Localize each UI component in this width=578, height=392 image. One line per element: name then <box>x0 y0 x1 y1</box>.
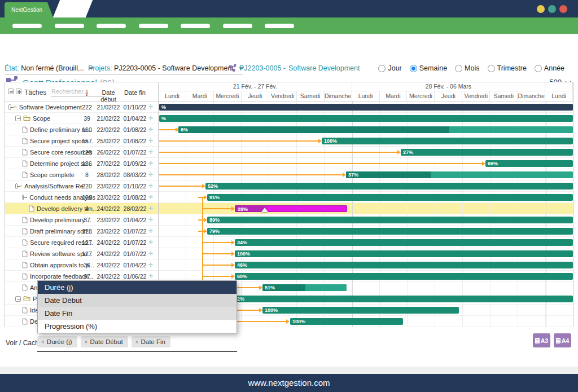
radio-mois[interactable]: Mois <box>455 64 479 72</box>
add-subtask-icon[interactable]: + <box>146 102 155 112</box>
gantt-bar[interactable]: 91% <box>207 194 573 201</box>
add-subtask-icon[interactable]: + <box>146 204 155 213</box>
radio-trimestre[interactable]: Trimestre <box>488 64 527 72</box>
chip-remove-icon[interactable]: × <box>135 339 139 345</box>
task-row[interactable]: 27%Secure core resources12526/02/2201/07… <box>5 147 573 158</box>
task-end-date: 01/07/22 <box>122 250 147 257</box>
task-row[interactable]: 89%Develop preliminary ...3723/02/2201/0… <box>5 214 573 226</box>
task-row[interactable]: 37%Scope complete828/02/2208/03/22+ <box>5 169 573 180</box>
task-row[interactable]: %Scope3921/02/2201/04/22+ <box>5 113 573 124</box>
export-a3-button[interactable]: A3 <box>533 333 550 347</box>
task-row[interactable]: 91%Conduct needs analysis15923/02/2201/0… <box>5 192 573 203</box>
add-subtask-icon[interactable]: + <box>146 113 155 123</box>
column-chip[interactable]: ×Date Fin <box>132 336 170 347</box>
task-start-date: 26/02/22 <box>94 149 122 156</box>
column-chip[interactable]: ×Durée (j) <box>37 336 77 347</box>
nav-menu-pill[interactable] <box>223 24 252 28</box>
task-row[interactable]: 34%Secure required reso...12724/02/2201/… <box>5 237 573 248</box>
collapse-all-icon[interactable] <box>8 89 14 94</box>
task-start-date: 23/02/22 <box>94 183 122 190</box>
task-row[interactable]: 52%Analysis/Software Re...22023/02/2201/… <box>5 180 573 192</box>
task-name[interactable]: Scope <box>33 115 50 122</box>
menu-item-progression[interactable]: Progression (%) <box>38 320 237 333</box>
window-close-dot[interactable] <box>559 5 567 13</box>
task-name[interactable]: Software Development <box>19 104 82 111</box>
task-name[interactable]: Scope complete <box>30 171 75 178</box>
task-row[interactable]: 6%Define preliminary re...16022/02/2201/… <box>5 124 573 135</box>
add-subtask-icon[interactable]: + <box>146 158 155 168</box>
nav-menu-pill[interactable] <box>139 24 168 28</box>
task-row[interactable]: 66%Determine project sc...18627/02/2201/… <box>5 158 573 169</box>
gantt-bar[interactable]: 66% <box>485 160 573 167</box>
projets-select[interactable]: Projets: PJ2203-0005 - Software Developm… <box>88 64 243 75</box>
radio-année[interactable]: Année <box>535 64 564 72</box>
nav-menu-pill[interactable] <box>55 24 84 28</box>
collapse-toggle-icon[interactable] <box>15 116 21 121</box>
export-a4-button[interactable]: A4 <box>554 333 571 347</box>
add-subtask-icon[interactable]: + <box>146 136 155 146</box>
chips-input-underline[interactable] <box>37 351 237 352</box>
collapse-toggle-icon[interactable] <box>15 183 17 189</box>
add-subtask-icon[interactable]: + <box>146 237 155 247</box>
collapse-toggle-icon[interactable] <box>22 195 24 200</box>
add-subtask-icon[interactable]: + <box>146 147 155 157</box>
etat-select[interactable]: État: Non fermé (Brouill... <box>5 64 94 75</box>
add-subtask-icon[interactable]: + <box>146 170 155 179</box>
add-subtask-icon[interactable]: + <box>146 260 155 270</box>
nav-menu-pill[interactable] <box>97 24 126 28</box>
window-minimize-dot[interactable] <box>537 5 545 13</box>
add-subtask-icon[interactable]: + <box>146 271 155 281</box>
chip-remove-icon[interactable]: × <box>85 339 88 345</box>
breadcrumb-project-link[interactable]: Software Development <box>288 64 360 72</box>
gantt-bar[interactable]: 79% <box>207 228 573 235</box>
gantt-bar[interactable]: 34% <box>235 239 573 246</box>
radio-semaine[interactable]: Semaine <box>410 64 447 72</box>
chip-remove-icon[interactable]: × <box>41 339 45 345</box>
expand-all-icon[interactable] <box>16 89 21 94</box>
task-row[interactable]: 28%Develop delivery tim...424/02/2228/02… <box>5 203 573 214</box>
gantt-bar[interactable]: 89% <box>207 217 573 223</box>
gantt-bar[interactable]: 100% <box>235 250 573 257</box>
file-icon <box>29 205 34 212</box>
gantt-bar[interactable]: 52% <box>205 183 573 190</box>
task-row[interactable]: 100%Secure project spons...15725/02/2201… <box>5 135 573 147</box>
gantt-bar[interactable]: 100% <box>290 318 403 325</box>
gantt-bar[interactable]: 100% <box>262 307 459 314</box>
menu-item-date-fin[interactable]: Date Fin <box>38 307 237 320</box>
window-maximize-dot[interactable] <box>548 5 556 13</box>
column-chip[interactable]: ×Date Début <box>81 336 128 347</box>
gantt-bar[interactable]: 100% <box>322 138 573 144</box>
collapse-toggle-icon[interactable] <box>8 104 11 110</box>
nav-menu-pill[interactable] <box>265 24 294 28</box>
task-row[interactable]: 46%Obtain approvals to p...3624/02/2201/… <box>5 259 573 271</box>
brand-tab[interactable]: NextGestion <box>5 2 53 17</box>
collapse-toggle-icon[interactable] <box>15 296 21 302</box>
gantt-bar[interactable]: % <box>159 104 573 111</box>
task-row[interactable]: %Software Development22221/02/2201/10/22… <box>5 102 573 113</box>
progress-drag-handle[interactable] <box>261 208 268 212</box>
add-subtask-icon[interactable]: + <box>146 226 155 236</box>
gantt-bar[interactable]: 46% <box>235 262 573 268</box>
gantt-bar[interactable]: 28% <box>235 205 347 212</box>
add-subtask-icon[interactable]: + <box>146 249 155 258</box>
gantt-bar[interactable]: % <box>159 115 573 122</box>
gantt-bar[interactable]: 27% <box>401 149 573 156</box>
radio-jour[interactable]: Jour <box>378 64 401 72</box>
gantt-bar[interactable]: 37% <box>346 171 573 178</box>
menu-item-date-d-but[interactable]: Date Début <box>38 294 237 307</box>
task-name[interactable]: Analysis/Software Re... <box>24 183 89 190</box>
task-row[interactable]: 79%Draft preliminary soft...12823/02/220… <box>5 226 573 237</box>
add-subtask-icon[interactable]: + <box>146 181 155 191</box>
gantt-bar[interactable]: 72% <box>232 296 573 302</box>
nav-menu-pill[interactable] <box>181 24 210 28</box>
menu-item-dur-e-j[interactable]: Durée (j) <box>38 281 237 294</box>
gantt-bar[interactable]: 6% <box>178 126 573 133</box>
gantt-bar[interactable]: 60% <box>235 273 573 280</box>
add-subtask-icon[interactable]: + <box>146 215 155 224</box>
gantt-bar[interactable]: 51% <box>262 284 347 291</box>
task-row[interactable]: 100%Review software spe...12724/02/2201/… <box>5 248 573 259</box>
secondary-tab[interactable] <box>53 0 93 17</box>
add-subtask-icon[interactable]: + <box>146 192 155 202</box>
add-subtask-icon[interactable]: + <box>146 125 155 134</box>
nav-menu-pill[interactable] <box>12 24 42 28</box>
